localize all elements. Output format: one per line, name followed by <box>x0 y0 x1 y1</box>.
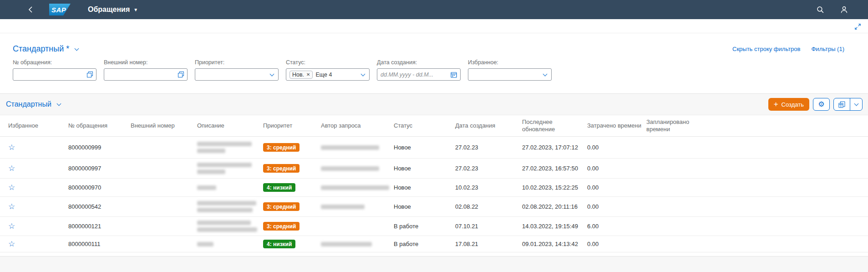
column-header[interactable]: Описание <box>197 122 263 129</box>
collapse-header-icon[interactable] <box>853 22 862 31</box>
updated-date-cell: 14.03.2022, 19:15:49 <box>522 223 587 230</box>
filter-field-request-number: № обращения: <box>13 59 96 81</box>
table-row[interactable]: ☆80000009993: среднийНовое27.02.2327.02.… <box>0 137 868 159</box>
column-header[interactable]: Приоритет <box>263 122 321 129</box>
search-icon[interactable] <box>815 5 825 15</box>
table-settings-button[interactable]: ⚙ <box>813 98 830 111</box>
redacted-text <box>321 242 372 246</box>
description-cell <box>197 200 263 214</box>
sap-logo-text: SAP <box>49 6 66 14</box>
favorite-star-icon[interactable]: ☆ <box>8 144 15 151</box>
priority-badge: 3: средний <box>263 143 299 152</box>
request-number-cell: 8000000999 <box>68 144 131 151</box>
table-body: ☆80000009993: среднийНовое27.02.2327.02.… <box>0 137 868 252</box>
filter-label: Статус: <box>286 59 370 66</box>
value-help-icon[interactable] <box>87 72 93 77</box>
table-row[interactable]: ☆80000001213: среднийВ работе07.10.2114.… <box>0 217 868 236</box>
priority-badge: 3: средний <box>263 202 299 211</box>
redacted-text <box>321 185 389 190</box>
time-spent-cell: 0.00 <box>587 184 646 191</box>
request-number-cell: 8000000970 <box>68 184 131 191</box>
favorite-star-icon[interactable]: ☆ <box>8 222 15 230</box>
token-remove-icon[interactable]: ✕ <box>306 72 310 77</box>
table-variant-selector[interactable]: Стандартный <box>6 100 62 108</box>
chevron-down-icon <box>270 72 274 76</box>
user-profile-icon[interactable] <box>839 5 849 15</box>
export-spreadsheet-button[interactable] <box>834 98 850 110</box>
favorite-cell: ☆ <box>0 164 68 172</box>
table-variant-name: Стандартный <box>6 100 51 108</box>
description-cell <box>197 184 263 191</box>
column-header[interactable]: № обращения <box>68 122 131 129</box>
redacted-text <box>197 208 253 212</box>
favorite-star-icon[interactable]: ☆ <box>8 203 15 210</box>
created-date-cell: 27.02.23 <box>455 165 522 172</box>
request-number-cell: 8000000542 <box>68 203 131 210</box>
redacted-text <box>197 169 225 174</box>
redacted-text <box>197 149 225 153</box>
table-row[interactable]: ☆80000009973: среднийНовое27.02.2327.02.… <box>0 159 868 179</box>
filter-variant-selector[interactable]: Стандартный * <box>13 44 80 54</box>
favorite-star-icon[interactable]: ☆ <box>8 184 15 191</box>
priority-cell: 4: низкий <box>263 240 321 248</box>
filter-label: № обращения: <box>13 59 96 66</box>
column-header[interactable]: Избранное <box>0 122 68 129</box>
column-header[interactable]: Внешний номер <box>131 122 197 129</box>
table-row[interactable]: ☆80000009704: низкийНовое10.02.2310.02.2… <box>0 179 868 197</box>
updated-date-cell: 27.02.2023, 16:57:50 <box>522 165 587 172</box>
priority-badge: 3: средний <box>263 164 299 173</box>
favorite-star-icon[interactable]: ☆ <box>8 240 15 248</box>
column-header[interactable]: Статус <box>394 122 455 129</box>
filter-label: Приоритет: <box>195 59 279 66</box>
time-spent-cell: 0.00 <box>587 241 646 247</box>
column-header[interactable]: Запланировано времени <box>646 118 701 133</box>
request-number-input[interactable] <box>13 68 96 81</box>
time-spent-cell: 0.00 <box>587 144 646 151</box>
chevron-down-icon <box>361 72 365 76</box>
column-header[interactable]: Дата создания <box>455 122 522 129</box>
status-cell: Новое <box>394 165 455 172</box>
table-bottom-gap <box>0 252 868 256</box>
priority-select[interactable] <box>195 68 279 81</box>
filter-field-status: Статус: Нов. ✕ Еще 4 <box>286 59 370 81</box>
priority-badge: 4: низкий <box>263 183 295 192</box>
column-header[interactable]: Автор запроса <box>321 122 394 129</box>
filter-label: Дата создания: <box>377 59 461 66</box>
value-help-icon[interactable] <box>178 72 184 77</box>
redacted-text <box>197 201 256 205</box>
description-cell <box>197 141 263 154</box>
favorite-star-icon[interactable]: ☆ <box>8 164 15 172</box>
plus-icon: + <box>774 100 778 108</box>
status-multicombo[interactable]: Нов. ✕ Еще 4 <box>286 68 370 81</box>
request-number-cell: 8000000997 <box>68 165 131 172</box>
column-header[interactable]: Последнее обновление <box>522 118 587 133</box>
spreadsheet-icon <box>838 101 845 108</box>
priority-cell: 4: низкий <box>263 183 321 192</box>
back-button[interactable] <box>24 3 37 16</box>
column-header[interactable]: Затрачено времени <box>587 122 646 129</box>
app-title-menu[interactable]: Обращения ▼ <box>88 5 138 14</box>
hide-filterbar-link[interactable]: Скрыть строку фильтров <box>732 46 800 52</box>
author-cell <box>321 165 394 172</box>
filters-dialog-link[interactable]: Фильтры (1) <box>811 46 844 52</box>
create-button[interactable]: + Создать <box>768 98 809 111</box>
sap-logo[interactable]: SAP <box>49 4 71 15</box>
external-number-input[interactable] <box>104 68 188 81</box>
favorite-cell: ☆ <box>0 144 68 151</box>
created-date-range-input[interactable]: dd.MM.yyyy - dd.M... <box>377 68 461 81</box>
calendar-icon[interactable] <box>451 72 457 78</box>
redacted-text <box>321 166 379 171</box>
export-split-button <box>833 98 863 111</box>
table-row[interactable]: ☆80000001114: низкийВ работе17.08.2109.0… <box>0 236 868 252</box>
status-token[interactable]: Нов. ✕ <box>289 71 313 79</box>
page-footer <box>0 256 868 272</box>
table-row[interactable]: ☆80000005423: среднийНовое02.08.2202.08.… <box>0 197 868 217</box>
updated-date-cell: 09.01.2023, 14:13:42 <box>522 241 587 247</box>
chevron-down-icon <box>56 102 61 106</box>
export-menu-arrow-button[interactable] <box>850 98 862 110</box>
filter-field-favorite: Избранное: <box>468 59 552 81</box>
table-header-row: Избранное№ обращенияВнешний номерОписани… <box>0 115 868 137</box>
status-cell: Новое <box>394 184 455 191</box>
title-dropdown-icon: ▼ <box>133 7 138 12</box>
favorite-select[interactable] <box>468 68 552 81</box>
